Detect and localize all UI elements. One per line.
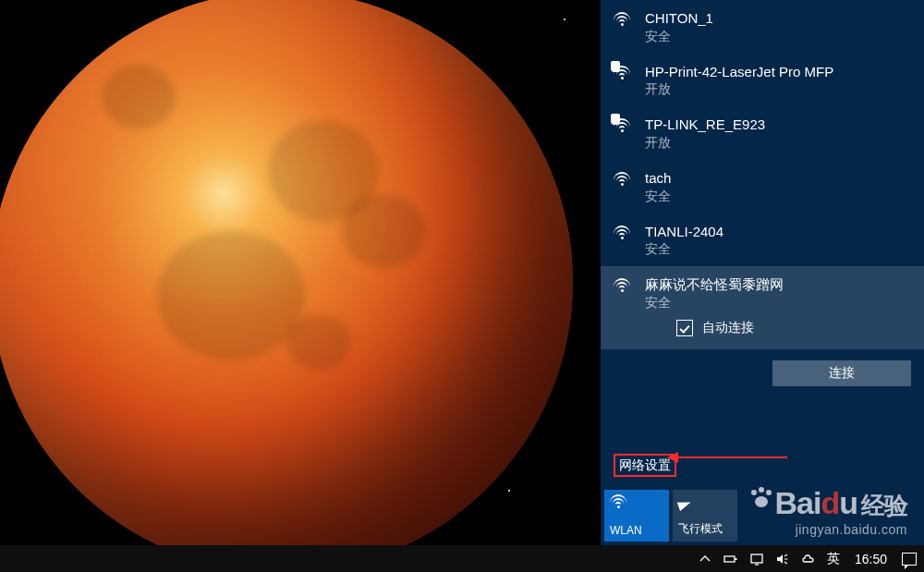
paw-icon — [749, 485, 773, 509]
wifi-icon — [614, 66, 632, 80]
network-tray-icon[interactable] — [749, 552, 764, 566]
auto-connect-row[interactable]: 自动连接 — [676, 320, 911, 336]
auto-connect-label: 自动连接 — [702, 320, 754, 336]
wifi-icon — [610, 494, 628, 509]
network-settings-link[interactable]: 网络设置 — [619, 457, 671, 474]
taskbar: 英 16:50 — [0, 545, 924, 572]
wifi-item[interactable]: HP-Print-42-LaserJet Pro MFP 开放 — [601, 54, 924, 107]
airplane-icon — [678, 494, 693, 509]
action-center-icon[interactable] — [902, 553, 917, 566]
wifi-icon — [614, 278, 632, 293]
wifi-status: 安全 — [645, 294, 911, 310]
wifi-network-list: CHITON_1 安全 HP-Print-42-LaserJet Pro MFP… — [601, 0, 924, 446]
auto-connect-checkbox[interactable] — [676, 320, 693, 336]
wifi-item[interactable]: CHITON_1 安全 — [601, 0, 924, 54]
wifi-icon — [614, 172, 632, 187]
network-flyout-panel: CHITON_1 安全 HP-Print-42-LaserJet Pro MFP… — [601, 0, 924, 545]
wlan-label: WLAN — [610, 524, 663, 537]
wifi-item-selected[interactable]: 麻麻说不给怪蜀黍蹭网 安全 自动连接 — [601, 266, 924, 349]
wifi-icon — [614, 225, 632, 240]
wifi-status: 开放 — [645, 134, 911, 151]
panel-footer: 网络设置 — [601, 446, 924, 482]
airplane-mode-tile[interactable]: 飞行模式 — [673, 490, 737, 542]
wifi-name: TIANLI-2404 — [645, 223, 911, 241]
svg-rect-1 — [735, 558, 736, 560]
wlan-toggle-tile[interactable]: WLAN — [604, 490, 669, 542]
wifi-icon — [614, 118, 632, 133]
ime-indicator[interactable]: 英 — [827, 551, 840, 567]
wifi-name: tach — [645, 169, 911, 188]
svg-rect-0 — [724, 556, 735, 562]
wifi-status: 安全 — [645, 240, 911, 257]
clock[interactable]: 16:50 — [855, 552, 887, 566]
wifi-status: 安全 — [645, 188, 911, 204]
wifi-icon — [614, 12, 632, 27]
volume-icon[interactable] — [775, 552, 790, 566]
svg-rect-2 — [751, 554, 762, 563]
annotation-arrow — [676, 456, 787, 458]
onedrive-icon[interactable] — [801, 552, 816, 566]
wifi-name: CHITON_1 — [645, 9, 911, 28]
moon-image — [0, 0, 573, 545]
watermark: Baidu经验 jingyan.baidu.com — [749, 485, 907, 537]
wifi-item[interactable]: TP-LINK_RE_E923 开放 — [601, 106, 924, 160]
wifi-status: 安全 — [645, 28, 911, 44]
wifi-item[interactable]: TIANLI-2404 安全 — [601, 213, 924, 267]
wifi-name: 麻麻说不给怪蜀黍蹭网 — [645, 275, 911, 294]
wifi-name: HP-Print-42-LaserJet Pro MFP — [645, 63, 911, 81]
wifi-name: TP-LINK_RE_E923 — [645, 116, 911, 134]
tray-chevron-icon[interactable] — [698, 552, 712, 566]
wifi-item[interactable]: tach 安全 — [601, 160, 924, 213]
connect-button[interactable]: 连接 — [772, 360, 911, 386]
airplane-label: 飞行模式 — [678, 521, 732, 537]
battery-icon[interactable] — [723, 552, 738, 566]
wifi-status: 开放 — [645, 80, 911, 97]
